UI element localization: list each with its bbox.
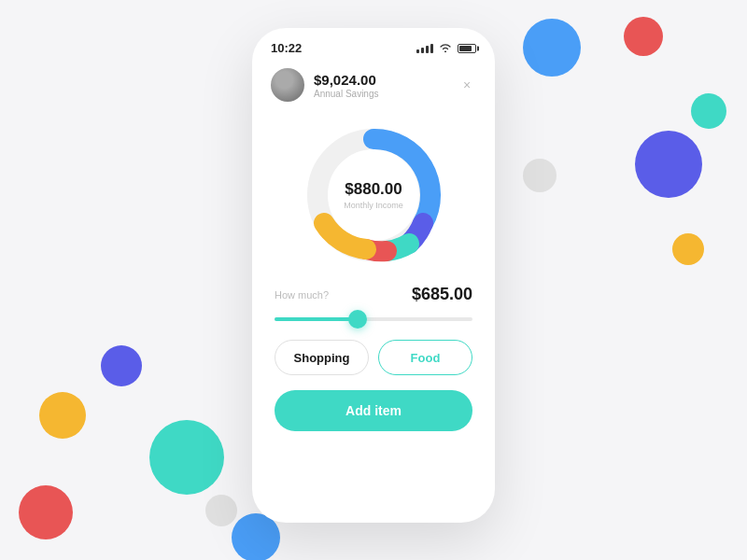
category-tabs: Shopping Food (252, 340, 495, 375)
decorative-circle-c3 (691, 93, 726, 129)
donut-center: $880.00 Monthly Income (344, 180, 403, 210)
decorative-circle-c4 (635, 131, 702, 198)
donut-chart: $880.00 Monthly Income (299, 120, 448, 270)
donut-amount: $880.00 (344, 180, 403, 199)
header-amount: $9,024.00 (314, 72, 458, 88)
header-text: $9,024.00 Annual Savings (314, 72, 458, 99)
slider-track[interactable] (275, 317, 472, 321)
donut-label: Monthly Income (344, 201, 403, 210)
decorative-circle-c9 (149, 420, 224, 495)
slider-fill (275, 317, 358, 321)
decorative-circle-c10 (19, 485, 73, 539)
tab-shopping[interactable]: Shopping (275, 340, 369, 375)
chart-area: $880.00 Monthly Income (252, 120, 495, 270)
signal-bar-3 (426, 46, 429, 53)
decorative-circle-c7 (101, 345, 142, 386)
signal-bar-2 (421, 48, 424, 53)
slider-label: How much? (275, 289, 329, 301)
status-time: 10:22 (271, 41, 302, 55)
decorative-circle-c11 (205, 495, 237, 526)
slider-value: $685.00 (412, 285, 472, 304)
slider-header: How much? $685.00 (275, 285, 472, 304)
battery-icon (458, 44, 476, 53)
header-label: Annual Savings (314, 89, 458, 99)
slider-thumb[interactable] (348, 310, 367, 329)
wifi-icon (439, 43, 452, 54)
add-item-button[interactable]: Add item (275, 390, 472, 431)
decorative-circle-c2 (624, 17, 663, 56)
decorative-circle-c8 (39, 392, 86, 439)
status-bar: 10:22 (252, 28, 495, 61)
decorative-circle-c1 (523, 19, 581, 77)
tab-food[interactable]: Food (378, 340, 472, 375)
decorative-circle-c5 (523, 159, 557, 192)
close-button[interactable]: × (458, 76, 476, 94)
card-header: $9,024.00 Annual Savings × (252, 61, 495, 113)
slider-section: How much? $685.00 (252, 285, 495, 321)
avatar (271, 68, 304, 102)
signal-bar-1 (416, 49, 419, 53)
status-icons (416, 43, 476, 54)
phone-card: 10:22 $9,024.0 (252, 28, 495, 523)
signal-bar-4 (430, 44, 433, 53)
decorative-circle-c6 (672, 233, 704, 265)
